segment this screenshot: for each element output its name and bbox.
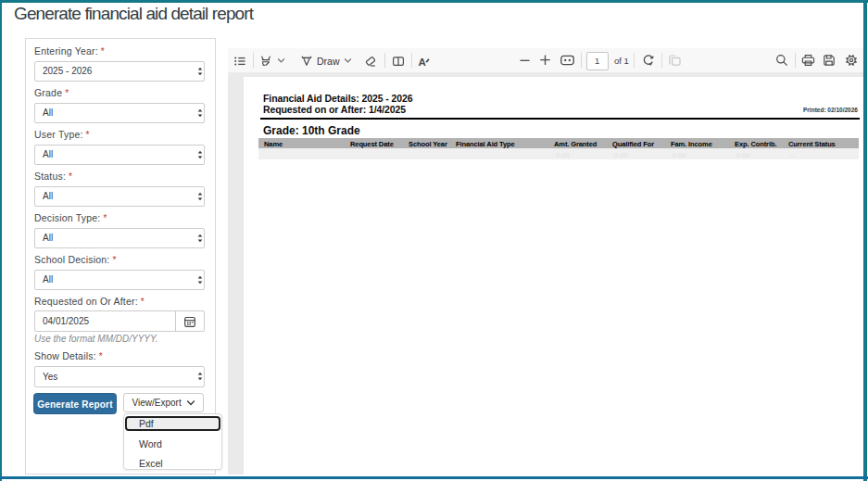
svg-text:A: A [419, 57, 426, 68]
